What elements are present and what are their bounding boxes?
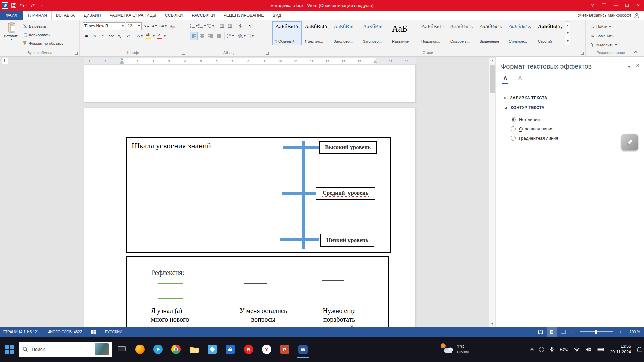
tab-insert[interactable]: ВСТАВКА <box>52 11 79 20</box>
strikethrough-button[interactable]: abc <box>108 32 115 40</box>
close-button[interactable]: × <box>633 0 644 11</box>
subscript-button[interactable]: х₂ <box>116 32 124 40</box>
radio-button[interactable] <box>511 126 516 131</box>
find-button[interactable]: Найти <box>590 23 617 30</box>
paste-button[interactable]: Вставить <box>2 22 21 50</box>
tab-file[interactable]: ФАЙЛ <box>0 11 23 20</box>
grow-font-button[interactable]: А <box>142 22 150 30</box>
battery-icon[interactable] <box>597 348 604 351</box>
radio-button[interactable] <box>511 117 516 122</box>
pane-options-arrow[interactable]: ▼ <box>628 65 631 69</box>
radio-button[interactable] <box>511 136 516 141</box>
reflection-frame[interactable]: Рефлексия: Я узнал (а) много нового У ме… <box>126 256 389 327</box>
scale-label-low[interactable]: Низкий уровень <box>320 234 374 247</box>
language-indicator[interactable]: РУССКИЙ <box>105 330 122 334</box>
style-no-spacing[interactable]: АаБбВвГг, ¶ Без инт... <box>302 21 331 45</box>
undo-dropdown-arrow[interactable] <box>25 5 27 6</box>
style-heading2[interactable]: АаБбВвГ Заголово... <box>360 21 389 45</box>
horizontal-ruler[interactable]: 2 1 1 2 3 4 5 6 7 8 9 10 11 12 13 14 15 … <box>84 58 416 64</box>
scale-vertical-line[interactable] <box>302 141 305 249</box>
clipboard-dialog-launcher[interactable] <box>75 52 78 55</box>
styles-gallery-scroll[interactable] <box>565 21 570 45</box>
web-layout-button[interactable] <box>558 327 568 337</box>
section-text-fill[interactable]: ЗАЛИВКА ТЕКСТА <box>504 96 547 100</box>
chrome-icon[interactable] <box>171 344 181 354</box>
powerpoint-icon[interactable]: P <box>280 344 290 354</box>
font-color-dropdown-arrow[interactable] <box>164 35 166 37</box>
font-family-combo[interactable]: Times New R <box>83 22 125 30</box>
zoom-in-button[interactable]: + <box>618 329 623 335</box>
tray-expand-icon[interactable] <box>530 348 534 352</box>
tab-stop-selector[interactable]: L <box>2 58 8 64</box>
tab-design[interactable]: ДИЗАЙН <box>79 11 105 20</box>
zoom-slider-thumb[interactable] <box>595 330 597 334</box>
scrollbar-thumb[interactable] <box>490 65 495 93</box>
indent-marker[interactable] <box>120 58 124 64</box>
qat-customize-button[interactable] <box>38 1 46 9</box>
highlight-color-button[interactable]: ab <box>144 32 152 40</box>
font-dialog-launcher[interactable] <box>182 52 185 55</box>
justify-button[interactable] <box>215 32 223 40</box>
style-normal[interactable]: АаБбВвГг, ¶ Обычный <box>272 21 302 45</box>
italic-button[interactable]: К <box>91 32 99 40</box>
word-app-icon[interactable]: W <box>2 2 8 9</box>
wifi-icon[interactable] <box>574 347 580 352</box>
undo-button[interactable] <box>19 1 27 9</box>
save-button[interactable] <box>10 1 18 9</box>
volume-icon[interactable] <box>586 347 591 352</box>
file-explorer-icon[interactable] <box>189 344 199 354</box>
radio-solid-line[interactable]: Сплошная линия <box>511 126 553 131</box>
copy-button[interactable]: Копировать <box>23 31 63 38</box>
account-area[interactable]: Учетная запись Майкрософт <box>578 11 644 20</box>
style-subtitle[interactable]: АаБбВвГг Подзагол... <box>418 21 447 45</box>
clear-formatting-button[interactable]: А <box>167 22 175 30</box>
scale-frame[interactable]: Шкала усвоения знаний Высокий уровень Ср… <box>126 137 391 253</box>
reflection-checkbox-2[interactable] <box>244 283 267 299</box>
tab-mailings[interactable]: РАССЫЛКИ <box>187 11 219 20</box>
style-intense-emphasis[interactable]: АаБбВвГг, Сильное... <box>506 21 535 45</box>
text-effects-button[interactable]: А <box>136 32 144 40</box>
reflection-checkbox-3[interactable] <box>322 280 344 296</box>
align-right-button[interactable] <box>207 32 214 40</box>
show-marks-button[interactable]: ¶ <box>246 22 254 30</box>
style-emphasis[interactable]: АаБбВвГг, Выделение <box>477 21 506 45</box>
style-title[interactable]: АаБ Название <box>389 21 418 45</box>
change-case-button[interactable]: Аа <box>159 22 167 30</box>
shading-button[interactable] <box>238 32 246 40</box>
tab-references[interactable]: ССЫЛКИ <box>161 11 187 20</box>
style-heading1[interactable]: АаБбВвГ Заголово... <box>331 21 360 45</box>
superscript-button[interactable]: х² <box>124 32 132 40</box>
align-center-button[interactable] <box>198 32 206 40</box>
microphone-icon[interactable] <box>550 347 554 352</box>
numbering-button[interactable] <box>198 22 206 30</box>
radio-gradient-line[interactable]: Градиентная линия <box>511 136 558 141</box>
proofing-icon[interactable] <box>91 330 96 334</box>
zoom-level[interactable]: 100 % <box>625 330 640 334</box>
text-outline-tool[interactable]: А <box>518 75 522 84</box>
ink-touch-button[interactable] <box>621 134 638 150</box>
ribbon-display-options-button[interactable] <box>598 0 610 11</box>
font-size-combo[interactable]: 12 <box>126 22 142 30</box>
tab-review[interactable]: РЕЦЕНЗИРОВАНИЕ <box>219 11 268 20</box>
bold-button[interactable]: Ж <box>83 32 90 40</box>
zoom-out-button[interactable]: − <box>570 329 575 335</box>
taskbar-search[interactable]: Поиск <box>19 342 112 357</box>
section-text-outline[interactable]: КОНТУР ТЕКСТА <box>504 105 544 110</box>
scroll-up-arrow[interactable] <box>489 58 496 64</box>
align-left-button[interactable] <box>190 32 198 40</box>
firefox-icon[interactable] <box>135 344 145 354</box>
format-painter-button[interactable]: Формат по образцу <box>23 40 63 47</box>
redo-button[interactable] <box>29 1 37 9</box>
scale-label-mid[interactable]: Средний уровень <box>316 187 375 200</box>
meet-now-icon[interactable] <box>539 347 544 352</box>
zoom-slider[interactable] <box>580 331 613 332</box>
radio-no-line[interactable]: Нет линий <box>511 117 540 122</box>
shrink-font-button[interactable]: А <box>151 22 158 30</box>
minimize-button[interactable] <box>610 0 621 11</box>
yandex-browser-icon[interactable]: Я <box>244 344 254 354</box>
weather-widget[interactable]: 1 1°CCloudy <box>442 344 469 354</box>
tab-view[interactable]: ВИД <box>268 11 286 20</box>
sort-button[interactable]: АЯ <box>238 22 246 30</box>
notifications-icon[interactable] <box>637 347 642 352</box>
print-layout-button[interactable] <box>547 327 557 337</box>
